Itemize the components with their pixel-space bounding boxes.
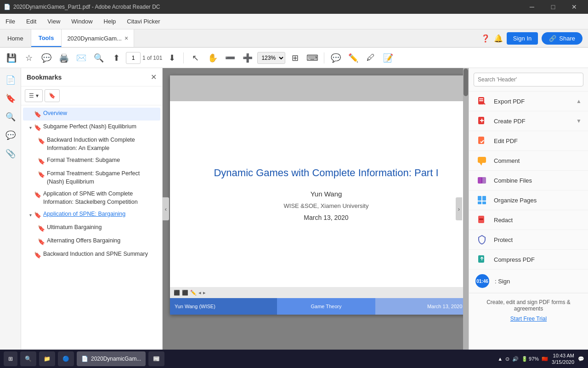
rail-nav-btn[interactable]: 📄	[2, 72, 19, 88]
panel-edit-pdf[interactable]: Edit PDF	[469, 131, 588, 151]
tray-arrow[interactable]: ▲	[498, 356, 503, 362]
print-button[interactable]: 🖨️	[56, 50, 72, 66]
zoom-in-btn[interactable]: ➕	[240, 50, 255, 66]
svg-rect-17	[478, 255, 484, 263]
start-button[interactable]: ⊞	[4, 351, 17, 366]
edit-pdf-icon	[475, 136, 488, 146]
slide-tool-4[interactable]: ◂	[198, 290, 201, 296]
slide-tool-5[interactable]: ▸	[203, 290, 206, 296]
menu-window[interactable]: Window	[66, 14, 98, 29]
panel-compress-pdf[interactable]: Compress PDF	[469, 250, 588, 270]
annotate-button[interactable]: 💬	[39, 50, 54, 66]
vertical-scrollbar[interactable]	[463, 68, 469, 350]
help-icon[interactable]: ❓	[481, 34, 490, 43]
panel-protect[interactable]: Protect	[469, 230, 588, 250]
eraser-btn[interactable]: 📝	[380, 50, 396, 66]
close-button[interactable]: ✕	[564, 0, 584, 14]
taskbar-search-btn[interactable]: 🔍	[20, 351, 36, 366]
panel-redact-label: Redact	[494, 217, 513, 224]
sidebar-collapse-btn[interactable]: ‹	[163, 197, 169, 220]
bookmark-backward[interactable]: 🔖 Backward Induction with Complete Infor…	[23, 134, 160, 154]
slide-tool-3[interactable]: ✏️	[190, 290, 197, 296]
bookmark-summary[interactable]: 🔖 Backward Induction and SPNE Summary	[23, 248, 160, 261]
prev-page-button[interactable]: ⬆	[108, 50, 124, 66]
cursor-tool[interactable]: ↖	[187, 50, 203, 66]
bookmark-bargaining[interactable]: ▾ 🔖 Application of SPNE: Bargaining	[23, 208, 160, 221]
hand-tool[interactable]: ✋	[205, 50, 220, 66]
zoom-out-btn[interactable]: ➖	[222, 50, 238, 66]
tab-tools[interactable]: Tools	[31, 29, 62, 47]
tray-volume-icon[interactable]: 🔊	[512, 356, 519, 362]
sidebar-options-btn[interactable]: ☰ ▾	[25, 89, 43, 102]
tab-doc-close[interactable]: ×	[124, 34, 128, 42]
bookmark-spne[interactable]: ▾ 🔖 Subgame Perfect (Nash) Equilibrium	[23, 121, 160, 134]
zoom-out-button[interactable]: 🔍	[91, 50, 107, 66]
save-button[interactable]: 💾	[4, 50, 19, 66]
options-chevron-icon: ▾	[36, 92, 39, 99]
tab-home[interactable]: Home	[0, 29, 31, 47]
bookmark-icon-stackelberg: 🔖	[34, 190, 41, 199]
tray-network-icon[interactable]: ⊙	[505, 356, 509, 362]
menu-citavi[interactable]: Citavi Picker	[121, 14, 165, 29]
taskbar-pdf-app[interactable]: 📄 2020DynamicGam...	[77, 351, 146, 366]
panel-combine-files-label: Combine Files	[494, 177, 532, 184]
zoom-select[interactable]: 123% 100% 75% 150%	[257, 52, 285, 64]
rail-comment-btn[interactable]: 💬	[2, 127, 19, 144]
page-input[interactable]	[126, 52, 141, 64]
taskbar-file-explorer[interactable]: 📁	[39, 351, 55, 366]
bookmark-formal-spne[interactable]: 🔖 Formal Treatment: Subgame Perfect (Nas…	[23, 168, 160, 188]
tab-doc[interactable]: 2020DynamicGam... ×	[62, 29, 134, 47]
bookmark-formal-subgame[interactable]: 🔖 Formal Treatment: Subgame	[23, 155, 160, 167]
svg-rect-12	[482, 196, 486, 201]
pen-btn[interactable]: ✏️	[345, 50, 361, 66]
panel-export-pdf-label: Export PDF	[494, 98, 525, 105]
keyboard-btn[interactable]: ⌨	[305, 50, 320, 66]
share-button[interactable]: 🔗 Share	[542, 32, 582, 45]
sign-in-button[interactable]: Sign In	[507, 32, 538, 45]
sidebar-close-btn[interactable]: ✕	[151, 73, 157, 81]
rail-bookmark-btn[interactable]: 🔖	[2, 90, 19, 107]
rail-search-btn[interactable]: 🔍	[2, 109, 19, 125]
panel-combine-files[interactable]: Combine Files	[469, 171, 588, 190]
notification-btn[interactable]: 💬	[578, 356, 584, 362]
expander-spne[interactable]: ▾	[27, 123, 34, 132]
highlight-btn[interactable]: 🖊	[363, 50, 379, 66]
bookmark-ultimatum[interactable]: 🔖 Ultimatum Bargaining	[23, 222, 160, 235]
menu-view[interactable]: View	[42, 14, 66, 29]
panel-create-pdf-label: Create PDF	[494, 118, 526, 125]
panel-export-pdf[interactable]: Export PDF ▲	[469, 92, 588, 111]
bookmark-overview[interactable]: 🔖 Overview	[23, 108, 160, 121]
panel-organize-pages[interactable]: Organize Pages	[469, 190, 588, 210]
clock[interactable]: 10:43 AM 3/15/2020	[552, 352, 574, 366]
free-trial-link[interactable]: Start Free Trial	[510, 316, 547, 322]
battery-status: 🔋 97%	[521, 356, 539, 362]
expander-bargaining[interactable]: ▾	[27, 210, 34, 219]
slide-tool-1[interactable]: ⬛	[174, 290, 180, 296]
panel-create-pdf[interactable]: Create PDF ▼	[469, 111, 588, 131]
bookmark-button[interactable]: ☆	[21, 50, 37, 66]
sidebar-new-bookmark-btn[interactable]: 🔖	[45, 89, 60, 102]
minimize-button[interactable]: ─	[522, 0, 542, 14]
notifications-icon[interactable]: 🔔	[494, 34, 503, 43]
comment-btn[interactable]: 💬	[328, 50, 344, 66]
maximize-button[interactable]: □	[543, 0, 563, 14]
scroll-thumb[interactable]	[464, 69, 468, 96]
menu-help[interactable]: Help	[98, 14, 122, 29]
next-page-button[interactable]: ⬇	[164, 50, 180, 66]
slide-tool-2[interactable]: ⬛	[182, 290, 188, 296]
menu-file[interactable]: File	[0, 14, 21, 29]
rail-attach-btn[interactable]: 📎	[2, 145, 19, 162]
grid-view-btn[interactable]: ⊞	[287, 50, 303, 66]
taskbar-news[interactable]: 📰	[148, 351, 164, 366]
panel-comment[interactable]: Comment	[469, 151, 588, 171]
panel-expand-btn[interactable]: ›	[456, 197, 462, 220]
bookmark-alternating[interactable]: 🔖 Alternating Offers Bargaining	[23, 235, 160, 248]
bookmark-stackelberg[interactable]: 🔖 Application of SPNE with Complete Info…	[23, 188, 160, 208]
menu-edit[interactable]: Edit	[21, 14, 42, 29]
panel-comment-label: Comment	[494, 157, 520, 164]
taskbar-browser[interactable]: 🔵	[58, 351, 74, 366]
email-button[interactable]: ✉️	[74, 50, 89, 66]
panel-sign[interactable]: 01:46 : Sign	[469, 270, 588, 293]
header-search-input[interactable]	[474, 73, 583, 86]
panel-redact[interactable]: Redact	[469, 210, 588, 230]
